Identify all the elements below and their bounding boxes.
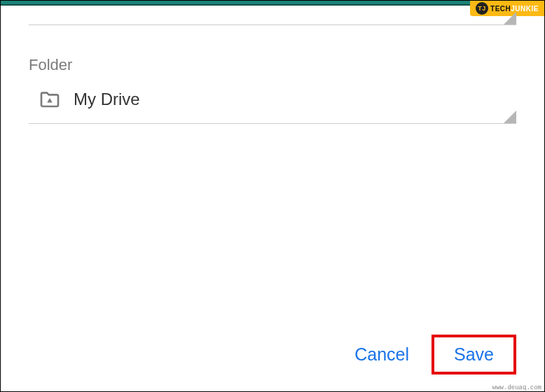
- drive-folder-icon: [39, 88, 61, 111]
- domain-watermark: www.deuaq.com: [492, 384, 541, 391]
- folder-name: My Drive: [74, 90, 140, 109]
- top-bar: [1, 1, 544, 6]
- cancel-button[interactable]: Cancel: [339, 339, 425, 370]
- save-button[interactable]: Save: [434, 337, 513, 372]
- resize-handle-icon: [504, 111, 516, 123]
- previous-field[interactable]: [29, 8, 516, 25]
- folder-section: Folder My Drive: [29, 56, 516, 124]
- folder-selector[interactable]: My Drive: [29, 88, 516, 124]
- folder-label: Folder: [29, 56, 516, 74]
- save-highlight: Save: [432, 335, 516, 374]
- resize-handle-icon: [504, 12, 516, 24]
- dialog-actions: Cancel Save: [339, 335, 516, 374]
